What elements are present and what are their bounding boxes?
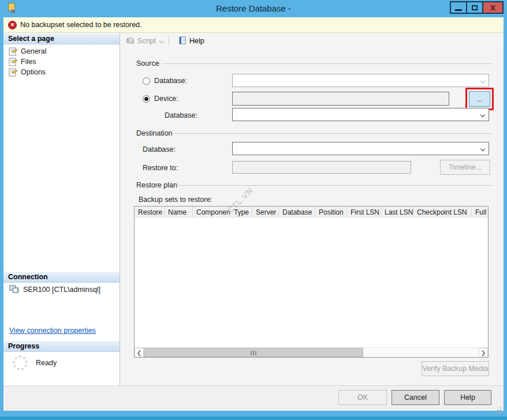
source-group-title: Source bbox=[136, 59, 159, 68]
restore-to-textbox bbox=[232, 161, 411, 174]
minimize-button[interactable] bbox=[450, 1, 467, 14]
alert-banner: ✕ No backupset selected to be restored. bbox=[3, 17, 504, 33]
timeline-button: Timeline... bbox=[440, 160, 490, 175]
scroll-left-arrow[interactable]: ❮ bbox=[135, 348, 144, 357]
page-icon bbox=[9, 68, 17, 77]
connection-header: Connection bbox=[3, 271, 120, 283]
sidebar-item-options[interactable]: Options bbox=[3, 67, 120, 77]
help-label: Help bbox=[189, 37, 204, 45]
source-device-label: Device: bbox=[154, 95, 178, 103]
column-header-last-lsn[interactable]: Last LSN bbox=[381, 207, 413, 218]
script-button[interactable]: Script bbox=[124, 35, 158, 47]
ok-button: OK bbox=[338, 390, 387, 405]
column-header-component[interactable]: Component bbox=[193, 207, 230, 218]
sidebar-item-label: Options bbox=[21, 68, 46, 76]
help-footer-button[interactable]: Help bbox=[444, 390, 491, 405]
title-bar: ✕ Restore Database - X bbox=[0, 0, 507, 17]
maximize-icon bbox=[472, 5, 478, 10]
scrollbar-thumb[interactable] bbox=[144, 348, 363, 357]
toolbar: Script Help bbox=[120, 33, 504, 48]
maximize-button[interactable] bbox=[466, 1, 483, 14]
column-header-checkpoint-lsn[interactable]: Checkpoint LSN bbox=[413, 207, 472, 218]
backup-sets-grid: Restore Name Component Type Server Datab… bbox=[134, 206, 489, 358]
script-label: Script bbox=[137, 37, 156, 45]
column-header-first-lsn[interactable]: First LSN bbox=[347, 207, 381, 218]
restore-plan-group-title: Restore plan bbox=[136, 181, 177, 189]
source-group-line bbox=[162, 63, 493, 64]
source-database-label: Database: bbox=[154, 77, 187, 85]
column-header-position[interactable]: Position bbox=[315, 207, 347, 218]
close-button[interactable]: X bbox=[482, 1, 504, 14]
column-header-server[interactable]: Server bbox=[252, 207, 279, 218]
progress-spinner-icon bbox=[13, 355, 28, 370]
column-header-name[interactable]: Name bbox=[165, 207, 193, 218]
script-dropdown-button[interactable] bbox=[158, 35, 165, 47]
device-database-label: Database: bbox=[165, 111, 197, 119]
page-icon bbox=[9, 58, 17, 66]
device-database-combobox[interactable] bbox=[232, 108, 489, 121]
cancel-button[interactable]: Cancel bbox=[392, 390, 439, 405]
progress-status: Ready bbox=[36, 359, 57, 367]
scrollbar-grip-icon bbox=[251, 351, 256, 355]
restore-plan-group-line bbox=[176, 185, 493, 186]
resize-grip[interactable] bbox=[500, 407, 501, 408]
sidebar-item-label: General bbox=[21, 47, 46, 55]
window-frame-bottom-edge bbox=[0, 417, 507, 420]
progress-header: Progress bbox=[3, 340, 120, 352]
sidebar-item-label: Files bbox=[21, 58, 36, 66]
restore-to-label: Restore to: bbox=[143, 164, 178, 172]
grid-header-row: Restore Name Component Type Server Datab… bbox=[135, 207, 489, 218]
highlight-annotation bbox=[465, 88, 494, 110]
source-database-combobox bbox=[232, 74, 489, 87]
minimize-icon bbox=[455, 9, 462, 11]
source-device-radio[interactable] bbox=[143, 95, 150, 103]
column-header-database[interactable]: Database bbox=[279, 207, 315, 218]
footer-bar: OK Cancel Help bbox=[3, 385, 504, 411]
verify-backup-media-button: Verify Backup Media bbox=[422, 361, 489, 376]
device-textbox bbox=[232, 92, 449, 106]
server-icon bbox=[9, 285, 20, 294]
toolbar-separator bbox=[169, 36, 169, 46]
help-icon bbox=[178, 36, 187, 45]
destination-group-title: Destination bbox=[136, 129, 173, 137]
view-connection-properties-link[interactable]: View connection properties bbox=[9, 327, 96, 335]
backup-sets-label: Backup sets to restore: bbox=[139, 196, 213, 204]
sidebar-item-files[interactable]: Files bbox=[3, 57, 120, 67]
sidebar-item-general[interactable]: General bbox=[3, 46, 120, 57]
chevron-down-icon bbox=[480, 78, 485, 83]
window-title: Restore Database - bbox=[0, 3, 507, 13]
main-panel: Source Database: Device: ... Database: D… bbox=[120, 48, 504, 385]
chevron-down-icon bbox=[480, 147, 485, 151]
page-icon bbox=[9, 47, 17, 56]
script-icon bbox=[126, 37, 135, 45]
source-database-radio[interactable] bbox=[143, 77, 150, 85]
column-header-restore[interactable]: Restore bbox=[135, 207, 165, 218]
help-button[interactable]: Help bbox=[176, 35, 207, 47]
connection-server: SER100 [CTL\adminsql] bbox=[9, 285, 100, 294]
destination-database-label: Database: bbox=[143, 145, 176, 153]
scroll-right-arrow[interactable]: ❯ bbox=[479, 348, 488, 357]
column-header-type[interactable]: Type bbox=[230, 207, 252, 218]
close-icon: X bbox=[490, 3, 495, 12]
chevron-down-icon bbox=[159, 38, 164, 43]
sidebar: Select a page General Files Options Conn… bbox=[3, 33, 120, 385]
destination-database-combobox[interactable] bbox=[232, 142, 489, 155]
horizontal-scrollbar[interactable]: ❮ ❯ bbox=[135, 347, 488, 357]
select-a-page-header: Select a page bbox=[3, 33, 120, 44]
destination-group-line bbox=[173, 133, 493, 134]
alert-text: No backupset selected to be restored. bbox=[20, 21, 142, 29]
chevron-down-icon bbox=[480, 112, 485, 117]
restore-database-window: ✕ Restore Database - X ✕ No backupset se… bbox=[0, 0, 507, 420]
error-circle-icon: ✕ bbox=[8, 21, 17, 29]
connection-server-label: SER100 [CTL\adminsql] bbox=[23, 286, 100, 294]
column-header-full-lsn[interactable]: Full LS bbox=[472, 207, 489, 218]
